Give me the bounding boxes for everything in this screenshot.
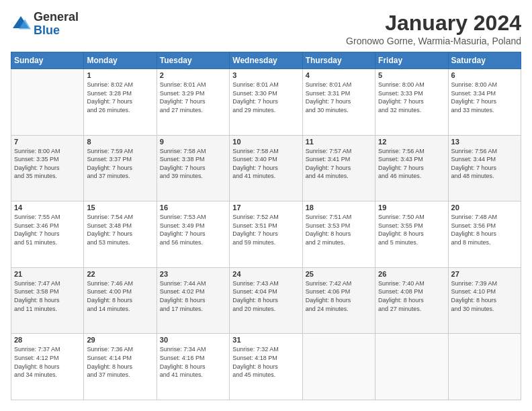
page-subtitle: Gronowo Gorne, Warmia-Masuria, Poland	[346, 36, 521, 46]
header-saturday: Saturday	[448, 52, 521, 69]
table-row: 18Sunrise: 7:51 AM Sunset: 3:53 PM Dayli…	[302, 201, 375, 268]
day-number: 15	[87, 203, 153, 212]
day-number: 25	[306, 270, 372, 278]
day-info: Sunrise: 7:56 AM Sunset: 3:43 PM Dayligh…	[378, 147, 445, 181]
table-row: 25Sunrise: 7:42 AM Sunset: 4:06 PM Dayli…	[302, 267, 375, 334]
table-row: 2Sunrise: 8:01 AM Sunset: 3:29 PM Daylig…	[157, 69, 229, 136]
day-number: 5	[378, 71, 445, 79]
day-number: 29	[87, 336, 153, 344]
header-monday: Monday	[84, 52, 157, 69]
logo-blue: Blue	[34, 24, 79, 38]
title-block: January 2024 Gronowo Gorne, Warmia-Masur…	[346, 11, 521, 46]
day-info: Sunrise: 7:55 AM Sunset: 3:46 PM Dayligh…	[14, 213, 81, 246]
day-info: Sunrise: 8:00 AM Sunset: 3:34 PM Dayligh…	[451, 81, 518, 114]
header-friday: Friday	[375, 52, 448, 69]
day-info: Sunrise: 7:50 AM Sunset: 3:55 PM Dayligh…	[378, 213, 445, 246]
day-info: Sunrise: 7:37 AM Sunset: 4:12 PM Dayligh…	[14, 345, 81, 379]
day-number: 21	[14, 270, 81, 278]
day-info: Sunrise: 7:42 AM Sunset: 4:06 PM Dayligh…	[306, 279, 372, 313]
day-info: Sunrise: 8:01 AM Sunset: 3:31 PM Dayligh…	[306, 81, 372, 114]
day-info: Sunrise: 8:02 AM Sunset: 3:28 PM Dayligh…	[87, 81, 153, 114]
table-row: 28Sunrise: 7:37 AM Sunset: 4:12 PM Dayli…	[11, 334, 84, 400]
day-number: 19	[378, 203, 445, 212]
day-info: Sunrise: 7:54 AM Sunset: 3:48 PM Dayligh…	[87, 213, 153, 246]
logo: General Blue	[11, 11, 79, 38]
table-row: 22Sunrise: 7:46 AM Sunset: 4:00 PM Dayli…	[84, 267, 157, 334]
day-number: 13	[451, 138, 518, 146]
calendar-week-row: 14Sunrise: 7:55 AM Sunset: 3:46 PM Dayli…	[11, 201, 521, 268]
logo-icon	[11, 14, 31, 34]
table-row	[302, 334, 375, 400]
day-number: 30	[160, 336, 226, 344]
logo-general: General	[34, 11, 79, 24]
day-info: Sunrise: 7:53 AM Sunset: 3:49 PM Dayligh…	[160, 213, 226, 246]
day-info: Sunrise: 7:57 AM Sunset: 3:41 PM Dayligh…	[306, 147, 372, 181]
day-info: Sunrise: 7:36 AM Sunset: 4:14 PM Dayligh…	[87, 345, 153, 379]
page-title: January 2024	[346, 11, 521, 36]
table-row: 30Sunrise: 7:34 AM Sunset: 4:16 PM Dayli…	[157, 334, 229, 400]
table-row: 5Sunrise: 8:00 AM Sunset: 3:33 PM Daylig…	[375, 69, 448, 136]
logo-text: General Blue	[34, 11, 79, 38]
day-info: Sunrise: 7:59 AM Sunset: 3:37 PM Dayligh…	[87, 147, 153, 181]
day-number: 8	[87, 138, 153, 146]
table-row: 21Sunrise: 7:47 AM Sunset: 3:58 PM Dayli…	[11, 267, 84, 334]
day-number: 26	[378, 270, 445, 278]
day-number: 16	[160, 203, 226, 212]
day-number: 11	[306, 138, 372, 146]
day-info: Sunrise: 7:34 AM Sunset: 4:16 PM Dayligh…	[160, 345, 226, 379]
table-row: 27Sunrise: 7:39 AM Sunset: 4:10 PM Dayli…	[448, 267, 521, 334]
day-info: Sunrise: 7:52 AM Sunset: 3:51 PM Dayligh…	[232, 213, 299, 246]
table-row: 3Sunrise: 8:01 AM Sunset: 3:30 PM Daylig…	[230, 69, 302, 136]
day-info: Sunrise: 7:44 AM Sunset: 4:02 PM Dayligh…	[160, 279, 226, 313]
day-number: 14	[14, 203, 81, 212]
table-row: 14Sunrise: 7:55 AM Sunset: 3:46 PM Dayli…	[11, 201, 84, 268]
day-number: 7	[14, 138, 81, 146]
table-row: 9Sunrise: 7:58 AM Sunset: 3:38 PM Daylig…	[157, 135, 229, 201]
table-row: 24Sunrise: 7:43 AM Sunset: 4:04 PM Dayli…	[230, 267, 302, 334]
header-wednesday: Wednesday	[230, 52, 302, 69]
day-info: Sunrise: 7:58 AM Sunset: 3:38 PM Dayligh…	[160, 147, 226, 181]
calendar-week-row: 1Sunrise: 8:02 AM Sunset: 3:28 PM Daylig…	[11, 69, 521, 136]
day-info: Sunrise: 8:00 AM Sunset: 3:35 PM Dayligh…	[14, 147, 81, 181]
day-number: 12	[378, 138, 445, 146]
table-row	[448, 334, 521, 400]
day-number: 23	[160, 270, 226, 278]
day-info: Sunrise: 7:47 AM Sunset: 3:58 PM Dayligh…	[14, 279, 81, 313]
table-row: 29Sunrise: 7:36 AM Sunset: 4:14 PM Dayli…	[84, 334, 157, 400]
table-row: 26Sunrise: 7:40 AM Sunset: 4:08 PM Dayli…	[375, 267, 448, 334]
day-number: 4	[306, 71, 372, 79]
table-row: 17Sunrise: 7:52 AM Sunset: 3:51 PM Dayli…	[230, 201, 302, 268]
day-number: 20	[451, 203, 518, 212]
table-row: 20Sunrise: 7:48 AM Sunset: 3:56 PM Dayli…	[448, 201, 521, 268]
table-row: 23Sunrise: 7:44 AM Sunset: 4:02 PM Dayli…	[157, 267, 229, 334]
table-row: 16Sunrise: 7:53 AM Sunset: 3:49 PM Dayli…	[157, 201, 229, 268]
day-info: Sunrise: 7:58 AM Sunset: 3:40 PM Dayligh…	[232, 147, 299, 181]
day-info: Sunrise: 8:00 AM Sunset: 3:33 PM Dayligh…	[378, 81, 445, 114]
day-info: Sunrise: 7:40 AM Sunset: 4:08 PM Dayligh…	[378, 279, 445, 313]
day-number: 31	[232, 336, 299, 344]
table-row: 6Sunrise: 8:00 AM Sunset: 3:34 PM Daylig…	[448, 69, 521, 136]
day-number: 9	[160, 138, 226, 146]
day-info: Sunrise: 7:43 AM Sunset: 4:04 PM Dayligh…	[232, 279, 299, 313]
day-info: Sunrise: 7:56 AM Sunset: 3:44 PM Dayligh…	[451, 147, 518, 181]
day-number: 27	[451, 270, 518, 278]
day-number: 1	[87, 71, 153, 79]
table-row	[375, 334, 448, 400]
day-info: Sunrise: 7:51 AM Sunset: 3:53 PM Dayligh…	[306, 213, 372, 246]
day-number: 3	[232, 71, 299, 79]
header-thursday: Thursday	[302, 52, 375, 69]
table-row: 8Sunrise: 7:59 AM Sunset: 3:37 PM Daylig…	[84, 135, 157, 201]
day-number: 17	[232, 203, 299, 212]
header-sunday: Sunday	[11, 52, 84, 69]
page: General Blue January 2024 Gronowo Gorne,…	[0, 0, 532, 411]
table-row: 12Sunrise: 7:56 AM Sunset: 3:43 PM Dayli…	[375, 135, 448, 201]
weekday-header-row: Sunday Monday Tuesday Wednesday Thursday…	[11, 52, 521, 69]
table-row: 7Sunrise: 8:00 AM Sunset: 3:35 PM Daylig…	[11, 135, 84, 201]
day-number: 22	[87, 270, 153, 278]
day-info: Sunrise: 7:48 AM Sunset: 3:56 PM Dayligh…	[451, 213, 518, 246]
header: General Blue January 2024 Gronowo Gorne,…	[11, 11, 521, 46]
header-tuesday: Tuesday	[157, 52, 229, 69]
day-number: 24	[232, 270, 299, 278]
table-row: 4Sunrise: 8:01 AM Sunset: 3:31 PM Daylig…	[302, 69, 375, 136]
calendar-week-row: 7Sunrise: 8:00 AM Sunset: 3:35 PM Daylig…	[11, 135, 521, 201]
